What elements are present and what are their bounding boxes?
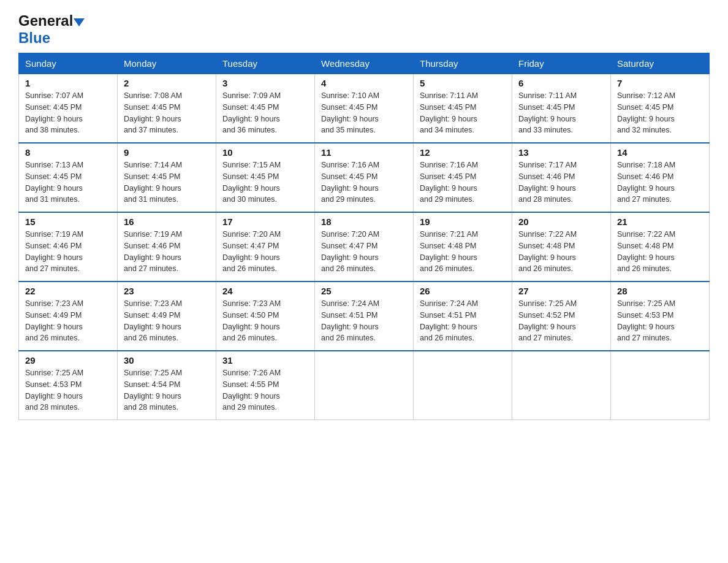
day-info: Sunrise: 7:12 AMSunset: 4:45 PMDaylight:… <box>617 90 703 136</box>
calendar-day-cell: 18 Sunrise: 7:20 AMSunset: 4:47 PMDaylig… <box>315 212 414 282</box>
day-info: Sunrise: 7:26 AMSunset: 4:55 PMDaylight:… <box>222 367 308 413</box>
day-number: 17 <box>222 216 308 227</box>
logo-arrow-icon <box>74 18 85 26</box>
calendar-day-cell: 24 Sunrise: 7:23 AMSunset: 4:50 PMDaylig… <box>216 282 315 351</box>
calendar-day-cell: 29 Sunrise: 7:25 AMSunset: 4:53 PMDaylig… <box>19 351 118 420</box>
day-number: 10 <box>222 147 308 158</box>
day-info: Sunrise: 7:08 AMSunset: 4:45 PMDaylight:… <box>124 90 210 136</box>
day-number: 15 <box>25 216 111 227</box>
calendar-day-cell: 14 Sunrise: 7:18 AMSunset: 4:46 PMDaylig… <box>611 143 710 212</box>
day-number: 9 <box>124 147 210 158</box>
calendar-day-cell: 23 Sunrise: 7:23 AMSunset: 4:49 PMDaylig… <box>118 282 216 351</box>
day-info: Sunrise: 7:23 AMSunset: 4:50 PMDaylight:… <box>222 298 308 344</box>
day-number: 28 <box>617 286 703 296</box>
calendar-day-header: Saturday <box>611 53 710 74</box>
day-number: 31 <box>222 355 308 366</box>
day-number: 25 <box>321 286 407 296</box>
day-info: Sunrise: 7:17 AMSunset: 4:46 PMDaylight:… <box>518 159 604 205</box>
calendar-day-cell: 9 Sunrise: 7:14 AMSunset: 4:45 PMDayligh… <box>118 143 216 212</box>
calendar-day-cell: 26 Sunrise: 7:24 AMSunset: 4:51 PMDaylig… <box>414 282 512 351</box>
calendar-day-cell <box>611 351 710 420</box>
day-number: 27 <box>518 286 604 296</box>
day-info: Sunrise: 7:11 AMSunset: 4:45 PMDaylight:… <box>518 90 604 136</box>
calendar-day-cell: 28 Sunrise: 7:25 AMSunset: 4:53 PMDaylig… <box>611 282 710 351</box>
day-number: 6 <box>518 78 604 88</box>
logo-blue-text: Blue <box>18 29 50 47</box>
day-number: 4 <box>321 78 407 88</box>
day-info: Sunrise: 7:14 AMSunset: 4:45 PMDaylight:… <box>124 159 210 205</box>
day-info: Sunrise: 7:16 AMSunset: 4:45 PMDaylight:… <box>420 159 506 205</box>
day-number: 20 <box>518 216 604 227</box>
calendar-day-cell: 11 Sunrise: 7:16 AMSunset: 4:45 PMDaylig… <box>315 143 414 212</box>
day-number: 30 <box>124 355 210 366</box>
calendar-day-cell: 22 Sunrise: 7:23 AMSunset: 4:49 PMDaylig… <box>19 282 118 351</box>
day-info: Sunrise: 7:24 AMSunset: 4:51 PMDaylight:… <box>321 298 407 344</box>
calendar-day-cell <box>512 351 611 420</box>
calendar-day-cell: 10 Sunrise: 7:15 AMSunset: 4:45 PMDaylig… <box>216 143 315 212</box>
day-number: 3 <box>222 78 308 88</box>
calendar-day-header: Monday <box>118 53 216 74</box>
day-number: 5 <box>420 78 506 88</box>
calendar-header-row: SundayMondayTuesdayWednesdayThursdayFrid… <box>19 53 710 74</box>
day-info: Sunrise: 7:23 AMSunset: 4:49 PMDaylight:… <box>124 298 210 344</box>
day-number: 1 <box>25 78 111 88</box>
day-info: Sunrise: 7:15 AMSunset: 4:45 PMDaylight:… <box>222 159 308 205</box>
calendar-day-header: Friday <box>512 53 611 74</box>
day-info: Sunrise: 7:19 AMSunset: 4:46 PMDaylight:… <box>124 229 210 275</box>
day-info: Sunrise: 7:25 AMSunset: 4:54 PMDaylight:… <box>124 367 210 413</box>
calendar-day-cell: 31 Sunrise: 7:26 AMSunset: 4:55 PMDaylig… <box>216 351 315 420</box>
day-info: Sunrise: 7:18 AMSunset: 4:46 PMDaylight:… <box>617 159 703 205</box>
calendar-table: SundayMondayTuesdayWednesdayThursdayFrid… <box>18 53 710 420</box>
day-info: Sunrise: 7:10 AMSunset: 4:45 PMDaylight:… <box>321 90 407 136</box>
day-number: 7 <box>617 78 703 88</box>
day-info: Sunrise: 7:22 AMSunset: 4:48 PMDaylight:… <box>518 229 604 275</box>
day-info: Sunrise: 7:23 AMSunset: 4:49 PMDaylight:… <box>25 298 111 344</box>
calendar-day-cell: 19 Sunrise: 7:21 AMSunset: 4:48 PMDaylig… <box>414 212 512 282</box>
calendar-day-cell: 17 Sunrise: 7:20 AMSunset: 4:47 PMDaylig… <box>216 212 315 282</box>
day-number: 16 <box>124 216 210 227</box>
day-info: Sunrise: 7:25 AMSunset: 4:53 PMDaylight:… <box>617 298 703 344</box>
day-number: 24 <box>222 286 308 296</box>
calendar-day-cell: 25 Sunrise: 7:24 AMSunset: 4:51 PMDaylig… <box>315 282 414 351</box>
day-number: 13 <box>518 147 604 158</box>
calendar-day-header: Wednesday <box>315 53 414 74</box>
calendar-week-row: 8 Sunrise: 7:13 AMSunset: 4:45 PMDayligh… <box>19 143 710 212</box>
calendar-day-cell: 21 Sunrise: 7:22 AMSunset: 4:48 PMDaylig… <box>611 212 710 282</box>
calendar-day-cell: 8 Sunrise: 7:13 AMSunset: 4:45 PMDayligh… <box>19 143 118 212</box>
day-info: Sunrise: 7:13 AMSunset: 4:45 PMDaylight:… <box>25 159 111 205</box>
day-info: Sunrise: 7:20 AMSunset: 4:47 PMDaylight:… <box>321 229 407 275</box>
calendar-day-cell <box>315 351 414 420</box>
day-info: Sunrise: 7:25 AMSunset: 4:52 PMDaylight:… <box>518 298 604 344</box>
day-info: Sunrise: 7:22 AMSunset: 4:48 PMDaylight:… <box>617 229 703 275</box>
calendar-day-cell: 12 Sunrise: 7:16 AMSunset: 4:45 PMDaylig… <box>414 143 512 212</box>
day-info: Sunrise: 7:09 AMSunset: 4:45 PMDaylight:… <box>222 90 308 136</box>
day-number: 12 <box>420 147 506 158</box>
day-number: 21 <box>617 216 703 227</box>
day-info: Sunrise: 7:24 AMSunset: 4:51 PMDaylight:… <box>420 298 506 344</box>
day-number: 29 <box>25 355 111 366</box>
calendar-day-header: Sunday <box>19 53 118 74</box>
calendar-day-cell: 2 Sunrise: 7:08 AMSunset: 4:45 PMDayligh… <box>118 74 216 144</box>
day-info: Sunrise: 7:21 AMSunset: 4:48 PMDaylight:… <box>420 229 506 275</box>
day-info: Sunrise: 7:07 AMSunset: 4:45 PMDaylight:… <box>25 90 111 136</box>
calendar-day-cell: 1 Sunrise: 7:07 AMSunset: 4:45 PMDayligh… <box>19 74 118 144</box>
day-info: Sunrise: 7:19 AMSunset: 4:46 PMDaylight:… <box>25 229 111 275</box>
calendar-week-row: 22 Sunrise: 7:23 AMSunset: 4:49 PMDaylig… <box>19 282 710 351</box>
calendar-day-header: Thursday <box>414 53 512 74</box>
calendar-day-cell: 7 Sunrise: 7:12 AMSunset: 4:45 PMDayligh… <box>611 74 710 144</box>
page-header: General Blue <box>18 12 710 47</box>
calendar-week-row: 1 Sunrise: 7:07 AMSunset: 4:45 PMDayligh… <box>19 74 710 144</box>
calendar-week-row: 15 Sunrise: 7:19 AMSunset: 4:46 PMDaylig… <box>19 212 710 282</box>
calendar-day-cell: 20 Sunrise: 7:22 AMSunset: 4:48 PMDaylig… <box>512 212 611 282</box>
logo: General Blue <box>18 12 85 47</box>
day-number: 22 <box>25 286 111 296</box>
day-info: Sunrise: 7:25 AMSunset: 4:53 PMDaylight:… <box>25 367 111 413</box>
calendar-day-cell: 13 Sunrise: 7:17 AMSunset: 4:46 PMDaylig… <box>512 143 611 212</box>
day-info: Sunrise: 7:16 AMSunset: 4:45 PMDaylight:… <box>321 159 407 205</box>
calendar-day-header: Tuesday <box>216 53 315 74</box>
calendar-day-cell: 16 Sunrise: 7:19 AMSunset: 4:46 PMDaylig… <box>118 212 216 282</box>
day-number: 26 <box>420 286 506 296</box>
calendar-day-cell: 15 Sunrise: 7:19 AMSunset: 4:46 PMDaylig… <box>19 212 118 282</box>
calendar-week-row: 29 Sunrise: 7:25 AMSunset: 4:53 PMDaylig… <box>19 351 710 420</box>
calendar-day-cell: 4 Sunrise: 7:10 AMSunset: 4:45 PMDayligh… <box>315 74 414 144</box>
